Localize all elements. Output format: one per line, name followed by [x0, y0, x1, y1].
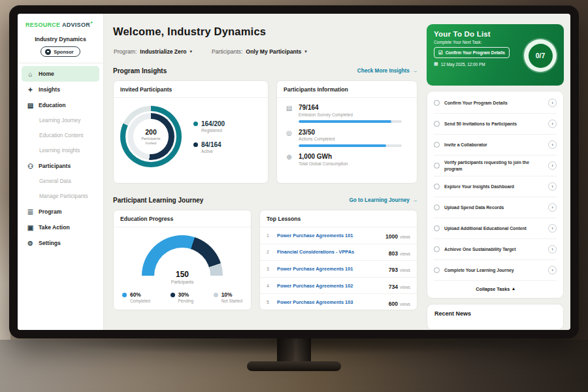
task-checkbox[interactable] — [434, 267, 440, 273]
lesson-link[interactable]: Power Purchase Agreements 103 — [277, 299, 385, 305]
task-checkbox[interactable] — [434, 142, 440, 148]
chevron-right-icon[interactable]: › — [548, 99, 557, 107]
task-checkbox[interactable] — [434, 204, 440, 210]
card-title: Top Lessons — [260, 210, 417, 227]
donut-center: 200 Participants Invited — [133, 119, 169, 154]
task-checkbox[interactable] — [434, 246, 440, 252]
next-task-chip[interactable]: ☑ Confirm Your Program Details — [434, 47, 510, 58]
gauge-legend: 60%Completed30%Pending10%Not Started — [114, 291, 251, 303]
legend-dot-icon — [193, 122, 198, 126]
lesson-row: 2Financial Considerations - VPPAs803view… — [260, 244, 417, 261]
education-progress-card: Education Progress 150 Participants 60%C… — [113, 210, 252, 310]
todo-task-send-50-invitations-to-participants[interactable]: Send 50 Invitations to Participants› — [434, 114, 557, 135]
task-checkbox[interactable] — [434, 184, 440, 189]
app-logo: RESOURCE ADVISOR+ — [18, 14, 103, 31]
lesson-views-label: views — [400, 268, 410, 272]
sidebar-item-settings[interactable]: ⚙Settings — [22, 235, 99, 251]
due-date-label: 12 May 2025, 12:00 PM — [441, 62, 485, 67]
legend-row: 30% — [171, 291, 193, 298]
program-insights-header: Program Insights Check More Insights → — [113, 67, 417, 74]
legend-label: Active — [201, 149, 225, 154]
program-filter[interactable]: Program: Industrialize Zero ▾ — [114, 48, 192, 55]
sidebar-item-education-content[interactable]: Education Content — [22, 128, 99, 143]
legend-label: Completed — [130, 299, 150, 303]
lesson-link[interactable]: Power Purchase Agreements 101 — [277, 266, 385, 272]
lesson-rank: 1 — [267, 233, 273, 238]
collapse-tasks-button[interactable]: Collapse Tasks ▴ — [434, 281, 557, 297]
chevron-right-icon[interactable]: › — [548, 182, 557, 191]
org-name: Industry Dynamics — [18, 36, 103, 42]
lesson-link[interactable]: Power Purchase Agreements 102 — [277, 283, 385, 289]
chevron-right-icon[interactable]: › — [548, 245, 557, 253]
sidebar-item-label: Learning Insights — [39, 148, 80, 154]
task-checkbox[interactable] — [434, 121, 440, 127]
todo-task-verify-participants-requesting-to-join-the-program[interactable]: Verify participants requesting to join t… — [434, 155, 557, 176]
task-checkbox[interactable] — [434, 100, 440, 106]
section-title-program-insights: Program Insights — [113, 67, 167, 74]
todo-progress-value: 0/7 — [529, 44, 553, 68]
sidebar-item-participants[interactable]: ⚇Participants — [22, 158, 99, 174]
legend-item: 84/164Active — [193, 141, 225, 154]
chevron-right-icon[interactable]: › — [548, 203, 557, 212]
lesson-link[interactable]: Financial Considerations - VPPAs — [277, 249, 385, 255]
chevron-right-icon[interactable]: › — [548, 140, 557, 149]
info-value: 23/50 — [299, 129, 402, 136]
legend-dot-icon — [193, 142, 198, 147]
photo-background: RESOURCE ADVISOR+ Industry Dynamics Spon… — [0, 0, 588, 392]
next-task-label: Confirm Your Program Details — [446, 50, 505, 55]
sidebar: RESOURCE ADVISOR+ Industry Dynamics Spon… — [18, 14, 104, 330]
sidebar-item-learning-journey[interactable]: Learning Journey — [22, 113, 99, 128]
legend-value: 60% — [130, 291, 141, 298]
todo-task-upload-spend-data-records[interactable]: Upload Spend Data Records› — [434, 197, 557, 218]
sidebar-item-insights[interactable]: ✦Insights — [22, 82, 99, 97]
go-to-learning-journey-link[interactable]: Go to Learning Journey → — [349, 197, 417, 203]
sidebar-item-general-data[interactable]: General Data — [22, 174, 99, 189]
chevron-right-icon[interactable]: › — [548, 161, 557, 170]
todo-task-invite-a-collaborator[interactable]: Invite a Collaborator› — [434, 135, 557, 155]
todo-task-achieve-one-sustainability-target[interactable]: Achieve One Sustainability Target› — [434, 239, 557, 260]
chevron-right-icon[interactable]: › — [548, 120, 557, 128]
monitor: RESOURCE ADVISOR+ Industry Dynamics Spon… — [9, 5, 579, 338]
filter-bar: Program: Industrialize Zero ▾ Participan… — [114, 48, 307, 55]
info-body: 23/50Actions Completed — [299, 129, 402, 148]
sidebar-item-manage-participants[interactable]: Manage Participants — [22, 189, 99, 204]
check-more-insights-link[interactable]: Check More Insights → — [357, 68, 417, 74]
info-label: Actions Completed — [299, 137, 402, 141]
todo-progress-ring: 0/7 — [524, 39, 557, 72]
todo-task-confirm-your-program-details[interactable]: Confirm Your Program Details› — [434, 93, 557, 114]
lesson-link[interactable]: Power Purchase Agreements 101 — [277, 233, 382, 238]
sidebar-item-label: Program — [39, 208, 61, 215]
todo-task-upload-additional-educational-content[interactable]: Upload Additional Educational Content› — [434, 218, 557, 239]
check-icon: ☑ — [438, 50, 443, 56]
chevron-right-icon[interactable]: › — [548, 224, 557, 233]
lesson-views: 793 — [389, 267, 398, 273]
todo-summary-card: Your To Do List Complete Your Next Task:… — [427, 24, 564, 86]
legend-value: 164/200 — [201, 120, 225, 127]
link-label: Go to Learning Journey — [349, 197, 409, 203]
participants-filter-label: Participants: — [212, 48, 242, 55]
task-checkbox[interactable] — [434, 225, 440, 231]
sidebar-item-program[interactable]: ☰Program — [22, 204, 99, 220]
todo-task-explore-your-insights-dashboard[interactable]: Explore Your Insights Dashboard› — [434, 176, 557, 197]
todo-task-complete-your-learning-journey[interactable]: Complete Your Learning Journey› — [434, 260, 557, 281]
logo-resource: RESOURCE — [25, 22, 60, 28]
take-action-icon: ▣ — [27, 224, 34, 231]
lesson-views: 803 — [389, 250, 398, 257]
sidebar-item-take-action[interactable]: ▣Take Action — [22, 220, 99, 235]
gauge-center-value: 150 — [142, 270, 223, 279]
task-checkbox[interactable] — [434, 163, 440, 169]
settings-icon: ⚙ — [27, 240, 34, 247]
sidebar-item-label: Insights — [39, 86, 60, 93]
donut-center-value: 200 — [145, 128, 157, 136]
legend-row: 60% — [122, 291, 150, 298]
lesson-views: 600 — [389, 301, 398, 307]
sponsor-badge[interactable]: Sponsor — [41, 46, 80, 57]
participants-filter[interactable]: Participants: Only My Participants ▾ — [212, 48, 307, 55]
donut-chart: 200 Participants Invited — [120, 106, 182, 167]
sidebar-item-home[interactable]: ⌂Home — [22, 66, 99, 82]
lesson-row: 5Power Purchase Agreements 103600views — [260, 294, 417, 310]
info-rows: ▤79/164Emission Survey Completed◎23/50Ac… — [277, 98, 417, 166]
sidebar-item-learning-insights[interactable]: Learning Insights — [22, 143, 99, 158]
chevron-right-icon[interactable]: › — [548, 266, 557, 274]
sidebar-item-education[interactable]: ▤Education — [22, 97, 99, 113]
